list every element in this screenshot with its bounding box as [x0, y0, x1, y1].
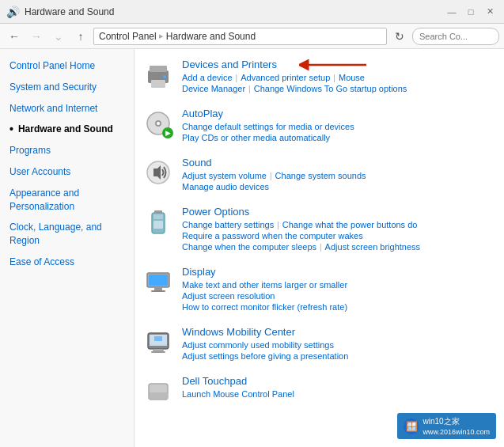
autoplay-icon: ▶ [142, 108, 174, 139]
sidebar-item-network-internet[interactable]: Network and Internet [0, 98, 134, 119]
sidebar: Control Panel Home System and Security N… [0, 49, 135, 447]
link-screen-brightness[interactable]: Adjust screen brightness [325, 242, 420, 252]
title-bar: 🔊 Hardware and Sound — □ ✕ [0, 0, 504, 24]
sound-title[interactable]: Sound [182, 157, 496, 169]
link-mobility-settings[interactable]: Adjust commonly used mobility settings [182, 340, 334, 350]
link-battery-settings[interactable]: Change battery settings [182, 220, 274, 229]
section-devices-printers: Devices and Printers Add a device [142, 59, 496, 95]
devices-printers-links2: Device Manager | Change Windows To Go st… [182, 84, 496, 93]
restore-button[interactable]: □ [463, 4, 479, 20]
link-play-cds[interactable]: Play CDs or other media automatically [182, 133, 330, 142]
link-launch-mouse-control[interactable]: Launch Mouse Control Panel [182, 389, 294, 399]
display-links3: How to correct monitor flicker (refresh … [182, 302, 496, 312]
sidebar-item-hardware-sound[interactable]: Hardware and Sound [0, 119, 134, 140]
svg-rect-1 [151, 80, 165, 88]
sound-icon [142, 157, 174, 188]
mobility-title[interactable]: Windows Mobility Center [182, 326, 496, 338]
sidebar-item-clock-language[interactable]: Clock, Language, and Region [0, 217, 134, 252]
path-control-panel[interactable]: Control Panel [99, 31, 157, 42]
devices-printers-text: Devices and Printers Add a device [182, 59, 496, 95]
link-change-default-settings[interactable]: Change default settings for media or dev… [182, 122, 354, 131]
address-bar: ← → ⌄ ↑ Control Panel ▸ Hardware and Sou… [0, 24, 504, 49]
link-presentation-settings[interactable]: Adjust settings before giving a presenta… [182, 351, 348, 361]
power-icon [142, 206, 174, 237]
sidebar-item-programs[interactable]: Programs [0, 140, 134, 161]
link-power-buttons[interactable]: Change what the power buttons do [282, 220, 418, 229]
svg-rect-21 [153, 349, 164, 351]
watermark-icon: 🪟 [404, 419, 419, 434]
svg-rect-18 [151, 290, 165, 292]
power-title[interactable]: Power Options [182, 206, 496, 218]
link-add-device[interactable]: Add a device [182, 73, 233, 82]
watermark: 🪟 win10之家www.2016win10.com [397, 413, 496, 439]
svg-rect-16 [149, 275, 168, 286]
minimize-button[interactable]: — [444, 4, 460, 20]
address-path: Control Panel ▸ Hardware and Sound [93, 28, 387, 45]
sidebar-item-user-accounts[interactable]: User Accounts [0, 161, 134, 183]
sidebar-item-system-security[interactable]: System and Security [0, 77, 134, 98]
svg-point-3 [163, 75, 166, 78]
mobility-links: Adjust commonly used mobility settings [182, 340, 496, 350]
mobility-links2: Adjust settings before giving a presenta… [182, 351, 496, 361]
window-title: Hardware and Sound [25, 6, 114, 17]
sound-links2: Manage audio devices [182, 182, 496, 191]
section-touchpad: Dell Touchpad Launch Mouse Control Panel [142, 375, 496, 407]
svg-rect-14 [153, 214, 163, 219]
search-input[interactable] [412, 28, 499, 45]
sidebar-item-ease-of-access[interactable]: Ease of Access [0, 252, 134, 273]
section-display: Display Make text and other items larger… [142, 266, 496, 313]
link-password-wake[interactable]: Require a password when the computer wak… [182, 231, 363, 241]
up-button[interactable]: ↑ [71, 27, 90, 46]
power-links2: Require a password when the computer wak… [182, 231, 496, 241]
down-button[interactable]: ⌄ [49, 27, 68, 46]
link-larger-smaller[interactable]: Make text and other items larger or smal… [182, 280, 347, 290]
link-change-sounds[interactable]: Change system sounds [275, 171, 366, 180]
touchpad-title[interactable]: Dell Touchpad [182, 375, 496, 387]
autoplay-text: AutoPlay Change default settings for med… [182, 108, 496, 144]
section-sound: Sound Adjust system volume | Change syst… [142, 157, 496, 193]
autoplay-links2: Play CDs or other media automatically [182, 133, 496, 142]
svg-rect-26 [150, 393, 158, 399]
section-mobility: Windows Mobility Center Adjust commonly … [142, 326, 496, 362]
svg-point-8 [157, 122, 160, 125]
mobility-icon [142, 326, 174, 358]
svg-rect-2 [150, 66, 167, 72]
content-area: Devices and Printers Add a device [135, 49, 504, 447]
refresh-button[interactable]: ↻ [390, 27, 409, 46]
link-manage-audio[interactable]: Manage audio devices [182, 182, 269, 191]
power-links3: Change when the computer sleeps | Adjust… [182, 242, 496, 252]
path-hardware-sound[interactable]: Hardware and Sound [166, 31, 256, 42]
display-links: Make text and other items larger or smal… [182, 280, 496, 290]
svg-rect-27 [158, 393, 168, 399]
svg-rect-17 [154, 287, 162, 290]
sound-text: Sound Adjust system volume | Change syst… [182, 157, 496, 193]
link-windows-to-go[interactable]: Change Windows To Go startup options [254, 84, 407, 93]
power-links: Change battery settings | Change what th… [182, 220, 496, 229]
display-links2: Adjust screen resolution [182, 291, 496, 301]
touchpad-links: Launch Mouse Control Panel [182, 389, 496, 399]
power-text: Power Options Change battery settings | … [182, 206, 496, 253]
link-monitor-flicker[interactable]: How to correct monitor flicker (refresh … [182, 302, 347, 312]
svg-rect-12 [154, 210, 162, 214]
autoplay-links: Change default settings for media or dev… [182, 122, 496, 131]
sidebar-item-appearance[interactable]: Appearance and Personalization [0, 183, 134, 218]
sidebar-item-control-panel-home[interactable]: Control Panel Home [0, 55, 134, 77]
link-computer-sleeps[interactable]: Change when the computer sleeps [182, 242, 316, 252]
section-power: Power Options Change battery settings | … [142, 206, 496, 253]
close-button[interactable]: ✕ [482, 4, 498, 20]
link-adjust-volume[interactable]: Adjust system volume [182, 171, 267, 180]
display-title[interactable]: Display [182, 266, 496, 278]
window-controls: — □ ✕ [444, 4, 498, 20]
back-button[interactable]: ← [5, 27, 24, 46]
main-layout: Control Panel Home System and Security N… [0, 49, 504, 447]
link-device-manager[interactable]: Device Manager [182, 84, 245, 93]
devices-printers-icon [142, 59, 174, 90]
autoplay-title[interactable]: AutoPlay [182, 108, 496, 119]
window-icon: 🔊 [6, 6, 20, 18]
svg-rect-23 [154, 336, 162, 341]
link-screen-resolution[interactable]: Adjust screen resolution [182, 291, 275, 301]
sound-links: Adjust system volume | Change system sou… [182, 171, 496, 180]
devices-printers-title[interactable]: Devices and Printers [182, 59, 277, 70]
forward-button[interactable]: → [27, 27, 46, 46]
watermark-text: win10之家www.2016win10.com [423, 416, 490, 436]
